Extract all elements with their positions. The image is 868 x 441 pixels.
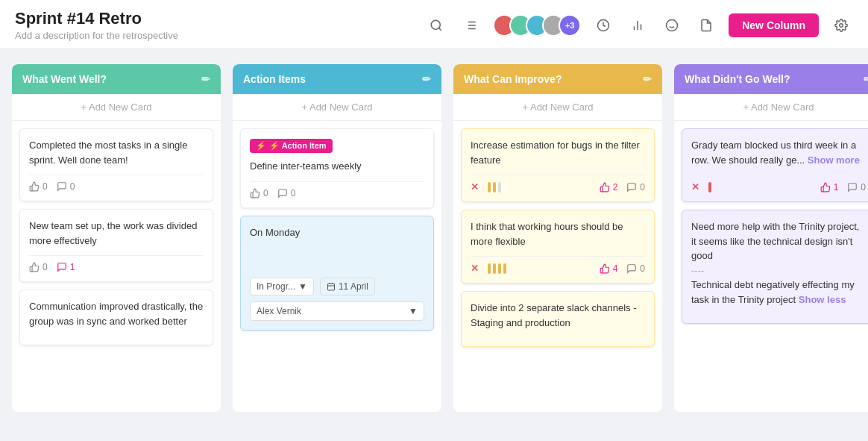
svg-line-1 xyxy=(439,28,441,30)
add-card-area: + Add New Card xyxy=(233,94,441,121)
column-edit-icon[interactable]: ✏ xyxy=(864,73,868,85)
card-footer: ✕ 2 0 xyxy=(471,175,645,193)
x-mark: ✕ xyxy=(471,263,479,274)
bar-segment xyxy=(498,182,501,193)
card-text: Communication improved drastically, the … xyxy=(29,299,204,328)
priority-bar xyxy=(488,263,506,274)
add-card-area: + Add New Card xyxy=(674,94,868,121)
card-text: Completed the most tasks in a single spr… xyxy=(29,138,204,167)
add-card-area: + Add New Card xyxy=(12,94,221,121)
priority-bar xyxy=(708,182,711,193)
add-card-button[interactable]: + Add New Card xyxy=(674,94,868,121)
like-button[interactable]: 0 xyxy=(250,188,268,198)
show-more-link[interactable]: Show more xyxy=(808,154,860,166)
card: Communication improved drastically, the … xyxy=(19,290,213,345)
comment-button[interactable]: 0 xyxy=(847,182,866,193)
action-label: ⚡ ⚡ Action Item xyxy=(250,139,333,153)
priority-bar xyxy=(488,182,501,193)
add-card-button[interactable]: + Add New Card xyxy=(12,94,221,121)
card: Increase estimation for bugs in the filt… xyxy=(461,128,655,202)
card: New team set up, the work was divided mo… xyxy=(19,209,213,282)
add-card-button[interactable]: + Add New Card xyxy=(233,94,441,121)
card-text: Divide into 2 separate slack channels - … xyxy=(471,301,645,330)
bar-segment xyxy=(488,182,491,193)
column-title: What Went Well? xyxy=(22,73,107,85)
column-what-went-well: What Went Well? ✏ + Add New Card Complet… xyxy=(12,64,221,412)
comment-button[interactable]: 0 xyxy=(277,188,296,198)
like-button[interactable]: 2 xyxy=(600,182,618,193)
emoji-button[interactable] xyxy=(660,13,684,37)
like-button[interactable]: 4 xyxy=(600,263,618,274)
bar-segment xyxy=(488,263,491,274)
card-meta: In Progr... ▼ 11 April xyxy=(250,278,424,295)
card-text: New team set up, the work was divided mo… xyxy=(29,219,204,248)
like-button[interactable]: 1 xyxy=(820,182,839,193)
column-header-action-items: Action Items ✏ xyxy=(233,64,441,94)
card-input[interactable]: On Monday xyxy=(250,225,424,270)
file-button[interactable] xyxy=(694,13,718,37)
settings-button[interactable] xyxy=(829,13,853,37)
card: Divide into 2 separate slack channels - … xyxy=(461,291,655,347)
column-edit-icon[interactable]: ✏ xyxy=(201,73,210,85)
x-mark: ✕ xyxy=(471,181,479,193)
filter-button[interactable] xyxy=(459,13,482,37)
status-select[interactable]: In Progr... ▼ xyxy=(250,278,314,295)
card-text: I think that working hours should be mor… xyxy=(471,219,645,248)
chart-button[interactable] xyxy=(626,13,650,37)
header-left: Sprint #14 Retro Add a description for t… xyxy=(15,9,178,41)
comment-button[interactable]: 0 xyxy=(626,182,645,193)
comment-button[interactable]: 1 xyxy=(57,262,75,272)
card-footer: 0 0 xyxy=(250,181,424,198)
cards-container: Grady team blocked us third week in a ro… xyxy=(674,121,868,412)
show-less-link[interactable]: Show less xyxy=(799,294,846,305)
card-footer: 0 1 xyxy=(29,255,204,272)
board: What Went Well? ✏ + Add New Card Complet… xyxy=(0,49,868,427)
svg-rect-16 xyxy=(327,284,334,290)
card: Completed the most tasks in a single spr… xyxy=(19,128,213,201)
new-column-button[interactable]: New Column xyxy=(729,13,819,37)
add-card-button[interactable]: + Add New Card xyxy=(453,94,662,121)
bar-segment xyxy=(708,182,711,193)
card: ⚡ ⚡ Action Item Define inter-teams weekl… xyxy=(240,128,434,208)
bar-segment xyxy=(503,263,506,274)
avatar-count: +3 xyxy=(559,14,581,37)
card: I think that working hours should be mor… xyxy=(461,210,655,284)
comment-button[interactable]: 0 xyxy=(57,181,75,192)
card-footer: 0 0 xyxy=(29,175,204,192)
chevron-icon: ▼ xyxy=(409,306,418,316)
like-button[interactable]: 0 xyxy=(29,181,48,192)
card: Grady team blocked us third week in a ro… xyxy=(682,128,868,202)
column-title: What Can Improve? xyxy=(464,73,562,85)
column-edit-icon[interactable]: ✏ xyxy=(643,73,652,85)
card-expanded: Need more help with the Trinity project,… xyxy=(682,210,868,324)
column-header-what-can-improve: What Can Improve? ✏ xyxy=(453,64,662,94)
comment-button[interactable]: 0 xyxy=(626,263,645,274)
column-header-what-didnt-go-well: What Didn't Go Well? ✏ xyxy=(674,64,868,94)
like-button[interactable]: 0 xyxy=(29,262,48,272)
date-field: 11 April xyxy=(320,278,375,295)
clock-button[interactable] xyxy=(591,13,615,37)
assignee-select[interactable]: Alex Vernik ▼ xyxy=(250,301,424,321)
card-footer: ✕ 1 0 xyxy=(691,175,866,193)
svg-point-12 xyxy=(667,19,678,31)
cards-container: Increase estimation for bugs in the filt… xyxy=(453,121,662,412)
column-what-can-improve: What Can Improve? ✏ + Add New Card Incre… xyxy=(453,64,662,412)
page-title: Sprint #14 Retro xyxy=(15,9,178,28)
svg-point-0 xyxy=(431,20,440,29)
x-mark: ✕ xyxy=(691,181,699,193)
bar-segment xyxy=(493,263,496,274)
search-button[interactable] xyxy=(424,13,448,37)
page-subtitle: Add a description for the retrospective xyxy=(15,30,178,41)
card-text: Grady team blocked us third week in a ro… xyxy=(691,138,866,167)
card-text: Need more help with the Trinity project,… xyxy=(691,219,866,307)
column-title: Action Items xyxy=(243,73,306,85)
card-footer: ✕ 4 0 xyxy=(471,256,645,274)
svg-point-15 xyxy=(840,23,843,27)
chevron-icon: ▼ xyxy=(298,281,307,292)
cards-container: ⚡ ⚡ Action Item Define inter-teams weekl… xyxy=(233,121,441,412)
column-title: What Didn't Go Well? xyxy=(685,73,790,85)
card-text: Increase estimation for bugs in the filt… xyxy=(471,138,645,167)
column-edit-icon[interactable]: ✏ xyxy=(422,73,431,85)
header: Sprint #14 Retro Add a description for t… xyxy=(0,0,868,49)
add-card-area: + Add New Card xyxy=(453,94,662,121)
